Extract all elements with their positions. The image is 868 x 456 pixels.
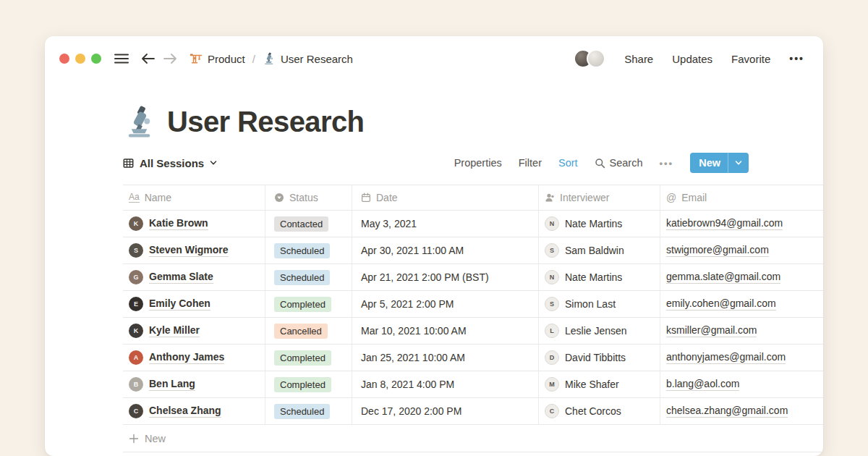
row-name-link[interactable]: Steven Wigmore [149,244,229,258]
interviewer-cell[interactable]: L Leslie Jensen [539,318,660,344]
minimize-window-button[interactable] [75,54,85,64]
email-cell[interactable]: b.lang@aol.com [660,371,823,397]
email-link[interactable]: b.lang@aol.com [666,378,739,392]
interviewer-cell[interactable]: C Chet Corcos [539,398,660,424]
email-cell[interactable]: emily.cohen@gmail.com [660,291,823,317]
column-header-name[interactable]: Aa Name [123,185,265,210]
search-button[interactable]: Search [595,157,643,169]
favorite-button[interactable]: Favorite [731,53,770,65]
updates-button[interactable]: Updates [672,53,712,65]
interviewer-cell[interactable]: S Simon Last [539,291,660,317]
email-cell[interactable]: chelsea.zhang@gmail.com [660,398,823,424]
interviewer-cell[interactable]: N Nate Martins [539,264,660,290]
table-rows: K Katie Brown Contacted May 3, 2021 N Na… [123,211,823,425]
email-cell[interactable]: anthonyjames@gmail.com [660,345,823,371]
new-row-button[interactable]: New [123,425,823,452]
table-row[interactable]: E Emily Cohen Completed Apr 5, 2021 2:00… [123,291,823,318]
date-cell[interactable]: Apr 30, 2021 11:00 AM [352,237,539,263]
avatar: B [129,377,143,392]
new-dropdown-button[interactable] [728,160,749,166]
view-options-icon[interactable]: ••• [660,158,674,169]
email-link[interactable]: anthonyjames@gmail.com [666,351,786,365]
properties-button[interactable]: Properties [454,157,502,169]
sort-button[interactable]: Sort [558,157,578,169]
column-header-interviewer[interactable]: Interviewer [539,185,660,210]
email-cell[interactable]: gemma.slate@gmail.com [660,264,823,290]
date-value: Dec 17, 2020 2:00 PM [361,405,461,417]
table-row[interactable]: K Katie Brown Contacted May 3, 2021 N Na… [123,211,823,237]
date-cell[interactable]: Apr 21, 2021 2:00 PM (BST) [352,264,539,290]
share-button[interactable]: Share [624,53,653,65]
interviewer-cell[interactable]: N Nate Martins [539,211,660,237]
status-cell[interactable]: Cancelled [265,318,352,344]
email-link[interactable]: ksmiller@gmail.com [666,324,757,338]
date-cell[interactable]: Jan 25, 2021 10:00 AM [352,345,539,371]
collaborator-avatars[interactable] [574,49,605,68]
date-cell[interactable]: Dec 17, 2020 2:00 PM [352,398,539,424]
interviewer-cell[interactable]: S Sam Baldwin [539,237,660,263]
view-switcher[interactable]: All Sessions [123,157,217,169]
row-name-link[interactable]: Kyle Miller [149,324,200,338]
status-cell[interactable]: Completed [265,291,352,317]
more-options-icon[interactable]: ••• [789,53,804,64]
new-button[interactable]: New [690,153,749,173]
filter-button[interactable]: Filter [519,157,542,169]
date-value: May 3, 2021 [361,218,417,229]
date-cell[interactable]: Mar 10, 2021 10:00 AM [352,318,539,344]
row-name-link[interactable]: Chelsea Zhang [149,405,221,418]
interviewer-cell[interactable]: M Mike Shafer [539,371,660,397]
zoom-window-button[interactable] [91,54,101,64]
column-label: Date [376,192,398,203]
email-link[interactable]: emily.cohen@gmail.com [666,297,776,311]
status-cell[interactable]: Completed [265,371,352,397]
status-cell[interactable]: Scheduled [265,398,352,424]
row-name-link[interactable]: Katie Brown [149,217,208,231]
avatar [587,49,605,68]
new-row-label: New [145,433,166,444]
name-cell[interactable]: G Gemma Slate [123,264,265,290]
avatar: G [129,270,143,284]
column-header-status[interactable]: Status [265,185,352,210]
table-row[interactable]: A Anthony James Completed Jan 25, 2021 1… [123,345,823,371]
name-cell[interactable]: K Kyle Miller [123,318,265,344]
email-cell[interactable]: ksmiller@gmail.com [660,318,823,344]
email-cell[interactable]: katiebrown94@gmail.com [660,211,823,237]
row-name-link[interactable]: Emily Cohen [149,297,210,311]
date-cell[interactable]: May 3, 2021 [352,211,539,237]
column-header-email[interactable]: @ Email [660,185,823,210]
status-cell[interactable]: Contacted [265,211,352,237]
row-name-link[interactable]: Anthony James [149,351,224,365]
table-row[interactable]: S Steven Wigmore Scheduled Apr 30, 2021 … [123,237,823,264]
status-cell[interactable]: Scheduled [265,264,352,290]
close-window-button[interactable] [59,54,69,64]
status-cell[interactable]: Scheduled [265,237,352,263]
row-name-link[interactable]: Ben Lang [149,378,195,392]
row-name-link[interactable]: Gemma Slate [149,271,213,284]
email-cell[interactable]: stwigmore@gmail.com [660,237,823,263]
email-link[interactable]: gemma.slate@gmail.com [666,271,780,284]
breadcrumb-user-research[interactable]: User Research [263,52,353,65]
email-link[interactable]: chelsea.zhang@gmail.com [666,405,788,418]
name-cell[interactable]: C Chelsea Zhang [123,398,265,424]
table-row[interactable]: C Chelsea Zhang Scheduled Dec 17, 2020 2… [123,398,823,425]
name-cell[interactable]: K Katie Brown [123,211,265,237]
email-link[interactable]: katiebrown94@gmail.com [666,217,783,231]
table-row[interactable]: B Ben Lang Completed Jan 8, 2021 4:00 PM… [123,371,823,398]
name-cell[interactable]: A Anthony James [123,345,265,371]
breadcrumb-product[interactable]: Product [190,52,245,65]
column-header-date[interactable]: Date [352,185,539,210]
forward-icon[interactable] [163,53,178,64]
interviewer-cell[interactable]: D David Tibbitts [539,345,660,371]
name-cell[interactable]: S Steven Wigmore [123,237,265,263]
name-cell[interactable]: E Emily Cohen [123,291,265,317]
back-icon[interactable] [140,53,155,64]
table-row[interactable]: G Gemma Slate Scheduled Apr 21, 2021 2:0… [123,264,823,291]
plus-icon [129,434,139,444]
email-link[interactable]: stwigmore@gmail.com [666,244,769,258]
date-cell[interactable]: Jan 8, 2021 4:00 PM [352,371,539,397]
menu-icon[interactable] [114,54,129,64]
table-row[interactable]: K Kyle Miller Cancelled Mar 10, 2021 10:… [123,318,823,345]
date-cell[interactable]: Apr 5, 2021 2:00 PM [352,291,539,317]
name-cell[interactable]: B Ben Lang [123,371,265,397]
status-cell[interactable]: Completed [265,345,352,371]
